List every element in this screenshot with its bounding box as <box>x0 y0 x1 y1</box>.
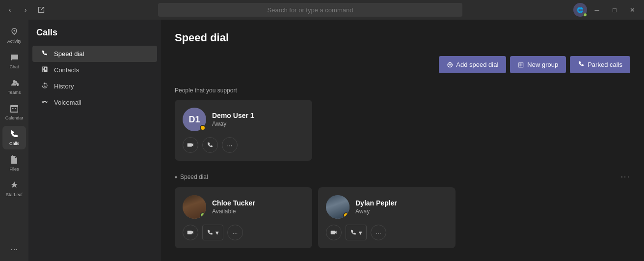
card-actions-demo-user-1: ··· <box>183 137 304 153</box>
action-buttons-bar: ⊕ Add speed dial ⊞ New group Parked call… <box>175 56 630 73</box>
title-bar-left: ‹ › <box>4 4 47 16</box>
calls-icon <box>9 129 19 140</box>
chat-icon <box>9 53 19 63</box>
nav-calls-label: Calls <box>9 141 19 146</box>
popout-button[interactable] <box>35 4 47 16</box>
avatar-demo-user-1: D1 <box>183 108 206 131</box>
page-title: Speed dial <box>175 31 630 44</box>
speed-dial-section-header: ▾ Speed dial ··· <box>175 173 630 181</box>
phone-call-button-chloe[interactable]: ▾ <box>202 225 223 240</box>
parked-calls-icon <box>578 60 585 69</box>
contact-card-chloe-tucker: Chloe Tucker Available ▾ ··· <box>175 187 312 248</box>
new-group-label: New group <box>527 61 558 68</box>
phone-chevron-dylan: ▾ <box>359 229 362 236</box>
nav-activity-label: Activity <box>7 39 22 44</box>
card-status-chloe: Available <box>212 208 304 215</box>
nav-item-calendar[interactable]: Calendar <box>2 100 26 124</box>
card-name-dylan: Dylan Pepler <box>355 199 448 207</box>
sidebar-history-label: History <box>54 83 74 90</box>
status-dot-chloe <box>200 212 206 218</box>
phone-call-button-dylan[interactable]: ▾ <box>346 225 367 240</box>
sidebar-title: Calls <box>28 28 161 46</box>
status-dot-demo-user-1 <box>200 125 206 131</box>
forward-button[interactable]: › <box>20 4 31 16</box>
nav-item-calls[interactable]: Calls <box>2 126 26 149</box>
close-button[interactable]: ✕ <box>624 3 640 17</box>
user-status-dot <box>583 13 587 17</box>
sidebar-voicemail-label: Voicemail <box>54 99 81 106</box>
collapse-icon[interactable]: ▾ <box>175 174 177 180</box>
card-info-dylan: Dylan Pepler Away <box>355 199 448 215</box>
card-info-demo-user-1: Demo User 1 Away <box>212 112 304 127</box>
phone-call-button-demo-user-1[interactable] <box>202 137 218 153</box>
speed-dial-more-button[interactable]: ··· <box>621 173 630 181</box>
maximize-button[interactable]: □ <box>607 3 622 17</box>
back-button[interactable]: ‹ <box>4 4 16 16</box>
sidebar-item-voicemail[interactable]: Voicemail <box>32 94 157 111</box>
more-button-demo-user-1[interactable]: ··· <box>222 137 238 153</box>
nav-chat-label: Chat <box>9 64 19 69</box>
video-call-button-chloe[interactable] <box>183 225 198 240</box>
files-icon <box>9 155 19 166</box>
new-group-button[interactable]: ⊞ New group <box>510 56 566 73</box>
contacts-icon <box>40 66 49 74</box>
avatar-chloe-tucker <box>183 195 206 219</box>
status-dot-dylan <box>343 212 349 218</box>
speed-dial-icon <box>40 50 49 58</box>
title-bar-right: 🌐 ─ □ ✕ <box>573 3 640 17</box>
card-header-demo-user-1: D1 Demo User 1 Away <box>183 108 304 131</box>
speed-dial-section-label: Speed dial <box>180 174 208 180</box>
parked-calls-label: Parked calls <box>588 61 622 68</box>
card-name-chloe: Chloe Tucker <box>212 199 304 207</box>
more-button-dylan[interactable]: ··· <box>371 225 386 240</box>
speed-dial-section: ▾ Speed dial ··· Chloe Tucker <box>175 173 630 248</box>
nav-item-activity[interactable]: Activity <box>2 24 26 47</box>
teams-icon <box>9 78 19 89</box>
sidebar: Calls Speed dial Contacts History Voicem… <box>28 20 161 261</box>
nav-teams-label: Teams <box>8 90 21 95</box>
history-icon <box>40 82 49 90</box>
contact-card-demo-user-1: D1 Demo User 1 Away ··· <box>175 100 312 161</box>
user-avatar[interactable]: 🌐 <box>573 3 587 17</box>
nav-more-button[interactable]: ··· <box>2 241 26 257</box>
nav-calendar-label: Calendar <box>5 116 24 120</box>
sidebar-item-contacts[interactable]: Contacts <box>32 62 157 78</box>
more-button-chloe[interactable]: ··· <box>227 225 243 240</box>
card-actions-dylan: ▾ ··· <box>326 225 448 240</box>
card-header-chloe: Chloe Tucker Available <box>183 195 304 219</box>
contact-card-dylan-pepler: Dylan Pepler Away ▾ ··· <box>318 187 456 248</box>
card-header-dylan: Dylan Pepler Away <box>326 195 448 219</box>
main-layout: Activity Chat Teams Calendar Calls <box>0 20 644 261</box>
nav-item-chat[interactable]: Chat <box>2 49 26 73</box>
minimize-button[interactable]: ─ <box>589 3 605 17</box>
video-call-button-demo-user-1[interactable] <box>183 137 198 153</box>
card-status-demo-user-1: Away <box>212 120 304 127</box>
supported-section-label: People that you support <box>175 87 630 94</box>
sidebar-item-speed-dial[interactable]: Speed dial <box>32 46 157 62</box>
sidebar-speed-dial-label: Speed dial <box>54 50 84 58</box>
calendar-icon <box>9 104 19 115</box>
new-group-icon: ⊞ <box>518 60 524 69</box>
left-nav: Activity Chat Teams Calendar Calls <box>0 20 28 261</box>
add-speed-dial-icon: ⊕ <box>447 60 453 69</box>
card-info-chloe: Chloe Tucker Available <box>212 199 304 215</box>
add-speed-dial-button[interactable]: ⊕ Add speed dial <box>439 56 506 73</box>
nav-item-files[interactable]: Files <box>2 151 26 175</box>
video-call-button-dylan[interactable] <box>326 225 342 240</box>
activity-icon <box>9 27 19 38</box>
nav-starleaf-label: StarLeaf <box>6 192 23 197</box>
search-input[interactable] <box>158 3 462 17</box>
parked-calls-button[interactable]: Parked calls <box>570 56 630 73</box>
card-actions-chloe: ▾ ··· <box>183 225 304 240</box>
content-area: Speed dial ⊕ Add speed dial ⊞ New group … <box>161 20 644 261</box>
supported-contacts-row: D1 Demo User 1 Away ··· <box>175 100 630 161</box>
title-bar: ‹ › 🌐 ─ □ ✕ <box>0 0 644 20</box>
nav-item-teams[interactable]: Teams <box>2 75 26 98</box>
voicemail-icon <box>40 98 49 107</box>
nav-item-starleaf[interactable]: StarLeaf <box>2 177 26 201</box>
sidebar-item-history[interactable]: History <box>32 78 157 94</box>
speed-dial-contacts-row: Chloe Tucker Available ▾ ··· <box>175 187 630 248</box>
avatar-dylan-pepler <box>326 195 349 219</box>
starleaf-icon <box>9 180 19 191</box>
add-speed-dial-label: Add speed dial <box>456 61 498 68</box>
